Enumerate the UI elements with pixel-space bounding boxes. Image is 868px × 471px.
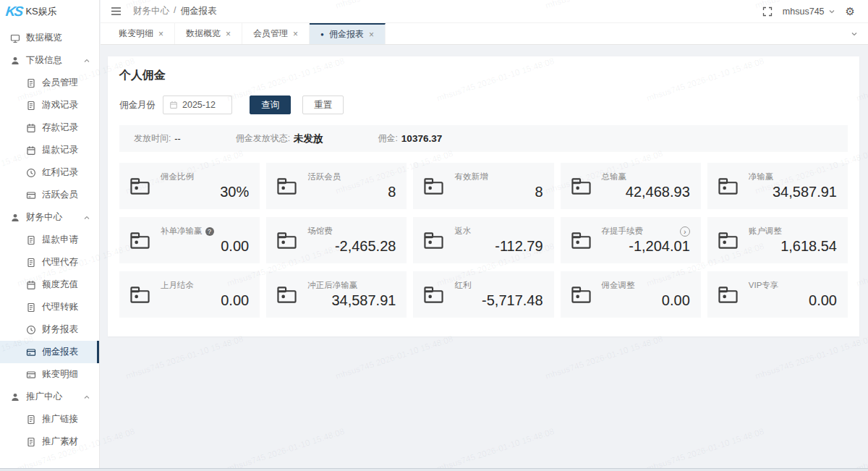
tab-data-overview[interactable]: 数据概览 ×	[175, 23, 242, 44]
folder-icon	[422, 177, 445, 196]
sidebar-item-promo-materials[interactable]: 推广素材	[0, 430, 99, 453]
sidebar-item-agent-transfer[interactable]: 代理转账	[0, 296, 99, 318]
card-label: 佣金比例	[161, 171, 194, 182]
brand-logo[interactable]: KS KS娱乐	[0, 0, 99, 23]
menu-collapse-icon[interactable]	[111, 7, 122, 16]
sidebar-group-finance-center[interactable]: 财务中心	[0, 206, 99, 229]
fullscreen-icon[interactable]	[762, 7, 773, 17]
status-release-state: 佣金发放状态: 未发放	[236, 132, 323, 145]
sidebar-item-withdrawal-request[interactable]: 提款申请	[0, 229, 99, 251]
tab-label: 佣金报表	[329, 28, 364, 41]
breadcrumb: 财务中心 / 佣金报表	[133, 5, 216, 17]
status-strip: 发放时间: -- 佣金发放状态: 未发放 佣金: 10376.37	[119, 125, 848, 152]
sidebar-item-bonus-records[interactable]: 红利记录	[0, 161, 99, 184]
sidebar-item-label: 财务报表	[42, 323, 78, 336]
sidebar-item-member-management[interactable]: 会员管理	[0, 72, 99, 94]
card-account-adjustment: 账户调整 1,618.54	[707, 217, 848, 263]
sidebar-item-label: 红利记录	[42, 166, 78, 179]
card-value: -5,717.48	[454, 292, 542, 309]
close-icon[interactable]: ×	[158, 30, 163, 38]
document-icon	[26, 235, 36, 245]
user-menu[interactable]: mhsus745	[783, 7, 835, 17]
document-icon	[26, 302, 36, 313]
sidebar-item-agent-deposit[interactable]: 代理代存	[0, 251, 99, 273]
topbar: 财务中心 / 佣金报表 mhsus745 ⚙	[101, 0, 868, 23]
breadcrumb-section[interactable]: 财务中心	[133, 5, 169, 17]
expand-icon[interactable]: ›	[680, 226, 690, 237]
close-icon[interactable]: ×	[226, 30, 231, 38]
sidebar-item-finance-report[interactable]: 财务报表	[0, 318, 99, 341]
tab-member-management[interactable]: 会员管理 ×	[242, 23, 310, 44]
sidebar-item-label: 提款记录	[42, 144, 78, 156]
tab-label: 账变明细	[119, 27, 153, 40]
commission-panel: 个人佣金 佣金月份 2025-12 查询 重置 发放时间: -- 佣金发放状态:…	[108, 56, 859, 336]
document-icon	[26, 101, 36, 111]
sidebar-item-quota-recharge[interactable]: 额度充值	[0, 273, 99, 296]
sidebar-item-game-records[interactable]: 游戏记录	[0, 94, 99, 116]
tabs-options-dropdown[interactable]	[841, 23, 868, 44]
card-value: 8	[307, 184, 396, 200]
sidebar-group-subordinate-info[interactable]: 下级信息	[0, 49, 99, 72]
sidebar-item-label: 账变明细	[42, 368, 78, 381]
status-label: 发放时间:	[134, 132, 171, 145]
sidebar-item-label: 提款申请	[42, 234, 78, 246]
chevron-up-icon	[83, 214, 90, 221]
card-commission-adjustment: 佣金调整 0.00	[561, 271, 701, 318]
card-label: 总输赢	[602, 171, 627, 182]
tab-commission-report[interactable]: ● 佣金报表 ×	[310, 23, 386, 44]
card-value: 42,468.93	[602, 184, 690, 200]
month-picker-input[interactable]: 2025-12	[163, 96, 232, 114]
calendar-icon	[26, 123, 36, 133]
card-icon	[26, 190, 36, 200]
document-icon	[26, 415, 36, 425]
sidebar-item-account-changes[interactable]: 账变明细	[0, 363, 99, 386]
folder-icon	[717, 177, 739, 196]
close-icon[interactable]: ×	[369, 30, 374, 39]
status-label: 佣金发放状态:	[236, 132, 290, 145]
sidebar-item-withdrawal-records[interactable]: 提款记录	[0, 139, 99, 161]
sidebar-group-promotion-center[interactable]: 推广中心	[0, 386, 99, 408]
card-adjusted-net-winloss: 补单净输赢? 0.00	[119, 217, 260, 263]
help-icon[interactable]: ?	[205, 227, 214, 236]
calendar-icon	[169, 101, 178, 109]
sidebar-item-commission-report[interactable]: 佣金报表	[0, 341, 99, 363]
tab-account-changes[interactable]: 账变明细 ×	[108, 23, 175, 44]
folder-icon	[276, 231, 298, 250]
sidebar-item-promo-links[interactable]: 推广链接	[0, 408, 99, 430]
sidebar-item-label: 推广中心	[26, 391, 62, 403]
document-icon	[26, 258, 36, 268]
sidebar-item-label: 游戏记录	[42, 99, 78, 111]
sidebar-item-deposit-records[interactable]: 存款记录	[0, 116, 99, 139]
filter-row: 佣金月份 2025-12 查询 重置	[119, 96, 848, 114]
card-value: 1,618.54	[749, 238, 837, 255]
card-label: 补单净输赢	[161, 226, 203, 237]
status-commission: 佣金: 10376.37	[378, 132, 443, 145]
folder-icon	[129, 285, 151, 305]
card-value: 34,587.91	[749, 184, 837, 200]
stat-cards-grid: 佣金比例 30% 活跃会员 8 有效新增 8 总输赢 42,468.93	[119, 163, 848, 318]
sidebar-menu: 数据概览 下级信息 会员管理 游戏记录 存款记录 提款记录 红利记录 活跃会员 …	[0, 27, 99, 453]
status-label: 佣金:	[378, 132, 398, 145]
card-label: 存提手续费	[602, 226, 644, 237]
folder-icon	[129, 177, 151, 196]
card-label: 有效新增	[454, 171, 488, 182]
sidebar-item-active-members[interactable]: 活跃会员	[0, 184, 99, 206]
chevron-down-icon	[828, 8, 835, 15]
reset-button[interactable]: 重置	[302, 96, 344, 114]
sidebar: KS KS娱乐 数据概览 下级信息 会员管理 游戏记录 存款记录 提款记录 红利…	[0, 0, 100, 471]
card-value: 30%	[161, 184, 249, 200]
card-valid-new: 有效新增 8	[413, 163, 553, 209]
card-icon	[26, 347, 36, 357]
search-button[interactable]: 查询	[250, 96, 291, 114]
sidebar-item-label: 代理转账	[42, 301, 78, 313]
horizontal-scrollbar[interactable]	[0, 468, 868, 471]
close-icon[interactable]: ×	[293, 30, 298, 38]
clock-icon	[26, 168, 36, 178]
document-icon	[26, 437, 36, 447]
sidebar-item-data-overview[interactable]: 数据概览	[0, 27, 99, 49]
gear-icon[interactable]: ⚙	[846, 6, 855, 17]
brand-name: KS娱乐	[25, 5, 56, 18]
card-label: 红利	[454, 280, 471, 291]
card-value: 0.00	[161, 238, 249, 255]
card-corrected-net-winloss: 冲正后净输赢 34,587.91	[266, 271, 407, 318]
